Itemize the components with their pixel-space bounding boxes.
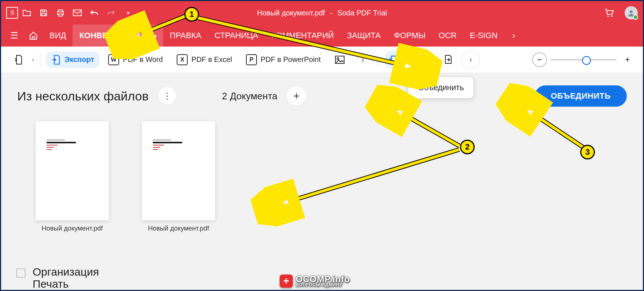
document-count: 2 Документа [222,91,277,102]
quick-access-toolbar: S ▾ Новый документ.pdf - Soda PDF Trial [1,1,643,25]
app-name: Soda PDF Trial [337,9,387,17]
create-pdf-icon[interactable] [9,52,28,68]
account-avatar-icon[interactable] [625,6,638,19]
cart-icon[interactable] [601,5,617,21]
merge-button[interactable]: ОБЪЕДИНИТЬ [535,85,627,107]
mail-icon[interactable] [69,5,85,21]
home-icon[interactable] [24,31,43,40]
toolbar-scroll-right-icon[interactable]: › [461,51,480,69]
open-icon[interactable] [19,5,35,21]
svg-rect-0 [73,10,81,16]
pdf-to-excel-button[interactable]: X PDF в Excel [172,52,237,68]
svg-point-1 [607,15,609,17]
tab-protect[interactable]: ЗАЩИТА [341,25,387,47]
zoom-in-icon[interactable]: + [620,52,635,67]
tab-convert[interactable]: КОНВЕРТИРОВАТЬ [73,25,163,47]
pdf-to-word-button[interactable]: W PDF в Word [103,52,168,68]
powerpoint-icon: P [246,54,257,65]
svg-point-2 [611,15,612,17]
tab-view[interactable]: ВИД [43,25,73,47]
undo-icon[interactable] [86,5,102,21]
watermark-plus-icon: + [280,275,293,288]
split-icon[interactable] [406,52,426,68]
menu-hamburger-icon[interactable]: ☰ [5,30,24,41]
save-icon[interactable] [36,5,52,21]
pdf-to-powerpoint-button[interactable]: P PDF в PowerPoint [241,52,326,68]
tab-esign[interactable]: E-SIGN [463,25,504,47]
dropdown-chevron-icon[interactable]: ▾ [120,5,136,21]
panel-more-icon[interactable]: ⋮ [158,87,176,105]
tab-ocr[interactable]: OCR [432,25,463,47]
convert-toolbar: › Экспорт W PDF в Word X PDF в Excel P P… [1,47,643,73]
pdf-to-image-button[interactable] [330,52,350,68]
document-name: Новый документ.pdf [36,225,109,232]
background-menu-peek: Организация Печать [16,266,99,290]
app-logo-icon[interactable]: S [6,7,18,19]
add-document-button[interactable]: + [287,86,306,106]
merge-workspace: Из нескольких файлов ⋮ 2 Документа + ОБЪ… [1,73,643,290]
document-thumbnail[interactable]: Новый документ.pdf [142,121,215,232]
toolbar-scroll-left-icon[interactable]: ‹ [354,51,372,69]
zoom-slider[interactable] [551,59,617,60]
main-tab-bar: ☰ ВИД КОНВЕРТИРОВАТЬ ПРАВКА СТРАНИЦА КОМ… [1,25,643,47]
svg-rect-7 [412,60,420,63]
zoom-control: − + [532,52,635,67]
batch-convert-icon[interactable] [438,52,458,68]
svg-rect-6 [412,56,420,59]
zoom-out-icon[interactable]: − [532,52,547,67]
panel-heading: Из нескольких файлов [17,89,149,103]
tabs-scroll-right-icon[interactable]: › [504,30,523,41]
combine-tooltip: Объединить [408,77,474,99]
excel-icon: X [177,54,188,65]
svg-point-5 [337,58,339,59]
print-icon[interactable] [52,5,69,21]
doc-title: Новый документ.pdf [257,9,325,17]
combine-button[interactable] [384,51,402,69]
tab-page[interactable]: СТРАНИЦА [208,25,265,47]
document-thumbnail[interactable]: Новый документ.pdf [36,121,109,232]
tab-forms[interactable]: ФОРМЫ [387,25,432,47]
redo-icon[interactable] [103,5,119,21]
word-icon: W [108,54,119,65]
tab-comment[interactable]: КОММЕНТАРИЙ [265,25,341,47]
svg-point-3 [630,10,633,13]
export-button[interactable]: Экспорт [46,52,99,68]
tab-edit[interactable]: ПРАВКА [163,25,208,47]
document-name: Новый документ.pdf [142,225,215,232]
watermark-badge: + OCOMP.info ВОПРОСЫ АДМИНУ [280,275,350,288]
